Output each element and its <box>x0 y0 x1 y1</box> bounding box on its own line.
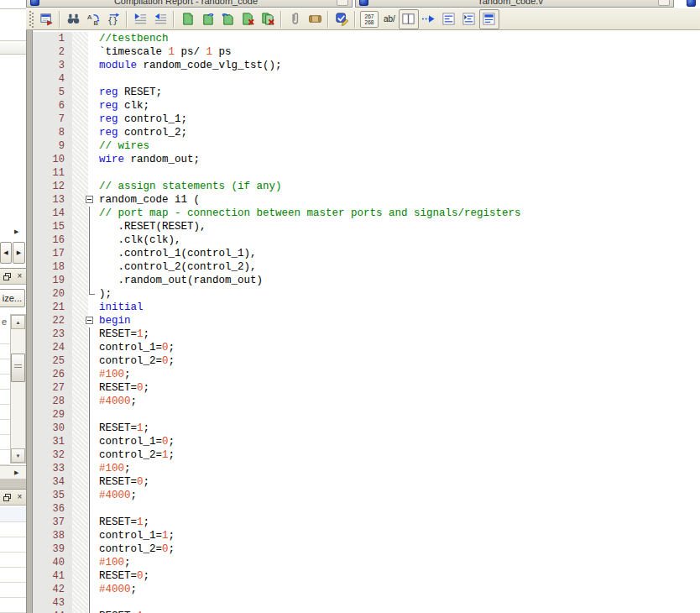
code-line[interactable]: 13random_code i1 ( <box>33 193 700 207</box>
code-line[interactable]: 16 .clk(clk), <box>33 233 700 247</box>
format-header-button[interactable] <box>479 9 499 29</box>
code-line[interactable]: 5reg RESET; <box>33 86 700 99</box>
code-line[interactable]: 24control_1=0; <box>33 341 700 354</box>
code-line[interactable]: 28#4000; <box>33 395 700 408</box>
format-left-button[interactable] <box>439 9 459 29</box>
code-line[interactable]: 2`timescale 1 ps/ 1 ps <box>33 45 700 59</box>
panel-titlebar-2[interactable]: × <box>0 489 26 506</box>
code-line[interactable]: 38control_1=1; <box>33 529 700 542</box>
customize-button[interactable]: ize... <box>0 289 25 307</box>
code-line[interactable]: 39control_2=0; <box>33 542 700 556</box>
bookmark-delete-button[interactable] <box>238 9 258 29</box>
hscroll-right-arrow[interactable]: ▶ <box>14 469 18 476</box>
close-window-button[interactable] <box>337 0 348 6</box>
customize-editor-button[interactable] <box>36 9 56 29</box>
code-line[interactable]: 26#100; <box>33 368 700 381</box>
editor-window-titlebar[interactable]: random_code.v <box>355 0 674 8</box>
toolbar-grip[interactable] <box>29 11 34 28</box>
code-line[interactable]: 42#4000; <box>33 583 700 596</box>
code-line[interactable]: 18 .control_2(control_2), <box>33 260 700 274</box>
code-line[interactable]: 19 .random_out(random_out) <box>33 274 700 287</box>
close-icon[interactable]: × <box>14 492 25 503</box>
restore-icon[interactable] <box>2 271 13 282</box>
panel-horizontal-scrollbar[interactable]: ▶ <box>0 465 26 479</box>
scrollbar-thumb[interactable] <box>11 354 25 382</box>
panel-gap <box>0 479 26 489</box>
lowercase-label[interactable]: ab/ <box>384 14 395 24</box>
panel-scroll-right-button[interactable]: ▶ <box>13 242 25 264</box>
replace-button[interactable]: AB <box>83 9 103 29</box>
scroll-button[interactable] <box>305 9 325 29</box>
bookmark-next-button[interactable] <box>197 9 217 29</box>
hscroll-right-arrow[interactable]: ▶ <box>14 228 18 235</box>
bookmark-insert-button[interactable] <box>177 9 197 29</box>
goto-button[interactable] <box>419 9 439 29</box>
code-line[interactable]: 37RESET=1; <box>33 516 700 529</box>
find-button[interactable] <box>63 9 83 29</box>
code-line[interactable]: 1//testbench <box>33 32 700 45</box>
code-token: ; <box>131 584 138 595</box>
code-line[interactable]: 36 <box>33 502 700 516</box>
code-line[interactable]: 15 .RESET(RESET), <box>33 220 700 233</box>
code-line[interactable]: 14// port map - connection between maste… <box>33 207 700 220</box>
code-line[interactable]: 21initial <box>33 301 700 314</box>
code-line[interactable]: 11 <box>33 166 700 180</box>
code-line[interactable]: 27RESET=0; <box>33 381 700 395</box>
paperclip-button[interactable] <box>285 9 305 29</box>
code-line[interactable]: 12// assign statements (if any) <box>33 180 700 193</box>
code-token: #4000 <box>99 584 131 595</box>
panel-titlebar[interactable]: × <box>0 268 26 285</box>
fold-collapse-box[interactable] <box>88 193 97 207</box>
code-line[interactable]: 31control_1=0; <box>33 435 700 448</box>
code-line[interactable]: 40#100; <box>33 556 700 569</box>
code-token: 1 <box>137 516 144 528</box>
close-icon[interactable]: × <box>14 271 25 282</box>
code-token: 0 <box>137 570 144 582</box>
code-line[interactable]: 43 <box>33 596 700 610</box>
code-line[interactable]: 22begin <box>33 314 700 327</box>
code-line[interactable]: 25control_2=0; <box>33 354 700 368</box>
code-line[interactable]: 8reg control_2; <box>33 126 700 139</box>
code-line[interactable]: 30RESET=1; <box>33 422 700 435</box>
code-line[interactable]: 17 .control_1(control_1), <box>33 247 700 260</box>
code-editor-area[interactable]: 1//testbench2`timescale 1 ps/ 1 ps3modul… <box>33 30 700 613</box>
bookmark-delete-all-button[interactable] <box>258 9 278 29</box>
code-line[interactable]: 6reg clk; <box>33 99 700 113</box>
code-line[interactable]: 3module random_code_vlg_tst(); <box>33 59 700 72</box>
close-window-button[interactable] <box>658 0 670 6</box>
match-brace-button[interactable]: {} <box>103 9 123 29</box>
restore-icon[interactable] <box>2 492 13 503</box>
code-line[interactable]: 32control_2=1; <box>33 448 700 462</box>
code-token: begin <box>99 315 131 327</box>
message-row-selected[interactable] <box>0 507 26 522</box>
fold-margin <box>88 435 97 448</box>
scroll-up-icon[interactable]: ▲ <box>11 315 25 329</box>
code-line[interactable]: 29 <box>33 408 700 422</box>
code-line[interactable]: 20); <box>33 287 700 301</box>
code-line[interactable]: 9// wires <box>33 139 700 153</box>
code-line[interactable]: 41RESET=0; <box>33 569 700 583</box>
code-token: #4000 <box>99 490 131 501</box>
format-indent-button[interactable] <box>459 9 479 29</box>
dock-splitter[interactable] <box>26 0 33 613</box>
code-line[interactable]: 44RESET=1; <box>33 610 700 613</box>
panel-vertical-scrollbar[interactable]: ▲ ▼ <box>10 314 26 464</box>
compilation-report-titlebar[interactable]: Compilation Report - random_code <box>26 0 353 8</box>
code-token: // wires <box>99 140 149 152</box>
bookmark-previous-button[interactable] <box>217 9 238 29</box>
unindent-button[interactable] <box>150 9 170 29</box>
code-line[interactable]: 23RESET=1; <box>33 327 700 341</box>
spellcheck-button[interactable] <box>332 9 352 29</box>
indent-button[interactable] <box>130 9 150 29</box>
code-line[interactable]: 34RESET=0; <box>33 475 700 489</box>
panel-scroll-left-button[interactable]: ◀ <box>0 242 12 264</box>
code-line[interactable]: 4 <box>33 72 700 86</box>
scroll-down-icon[interactable]: ▼ <box>11 448 25 463</box>
code-line[interactable]: 35#4000; <box>33 489 700 502</box>
fold-collapse-box[interactable] <box>88 314 97 327</box>
code-line[interactable]: 10wire random_out; <box>33 153 700 166</box>
code-line[interactable]: 7reg control_1; <box>33 113 700 126</box>
code-line[interactable]: 33#100; <box>33 462 700 475</box>
panel-table-rows <box>0 329 10 467</box>
split-window-button[interactable] <box>399 9 419 29</box>
